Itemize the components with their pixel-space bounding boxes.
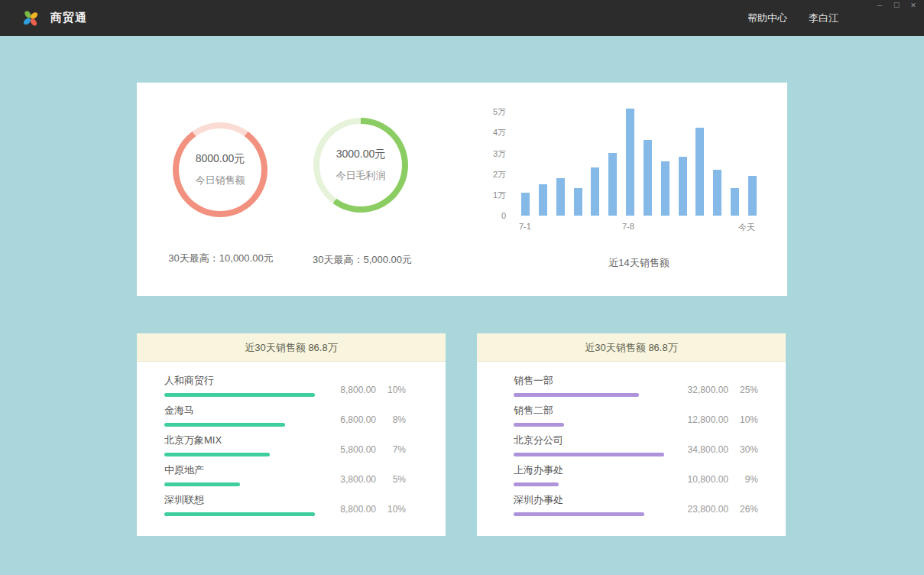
x-axis-label: 7-8 (622, 222, 634, 231)
today-sales-ring-chart: 8000.00元 今日销售额 (173, 122, 267, 217)
minimize-icon[interactable]: ─ (875, 2, 884, 9)
x-axis-label: 今天 (738, 222, 755, 233)
customer-sales-panel: 近30天销售额 86.8万 人和商贸行 8,800.0010% 金海马 6,80… (137, 333, 446, 536)
bar-chart-title: 近14天销售额 (521, 256, 757, 270)
app-title: 商贸通 (50, 11, 87, 25)
today-sales-value: 8000.00元 (196, 152, 245, 166)
help-center-link[interactable]: 帮助中心 (747, 11, 787, 25)
progress-bar (164, 482, 240, 486)
today-profit-value: 3000.00元 (336, 148, 386, 161)
chart-bar (608, 153, 617, 216)
list-item: 人和商贸行 8,800.0010% (164, 372, 406, 402)
today-profit-ring-chart: 3000.00元 今日毛利润 (313, 118, 408, 213)
progress-bar (164, 423, 285, 427)
amount: 3,800.00 (340, 474, 376, 485)
progress-bar (164, 512, 315, 516)
department-sales-panel: 近30天销售额 86.8万 销售一部 32,800.0025% 销售二部 12,… (477, 333, 786, 536)
chart-bar (556, 178, 565, 216)
percent: 25% (738, 385, 758, 395)
amount: 34,800.00 (688, 444, 728, 455)
user-menu[interactable]: 李白江 (809, 11, 838, 25)
list-item: 北京万象MIX 5,800.007% (164, 432, 406, 462)
y-axis-tick: 2万 (485, 169, 506, 180)
amount: 32,800.00 (688, 385, 728, 395)
amount: 23,800.00 (688, 504, 728, 515)
list-item: 中原地产 3,800.005% (164, 462, 406, 492)
progress-bar (164, 453, 270, 456)
percent: 10% (386, 385, 406, 395)
titlebar: 商贸通 帮助中心 李白江 ─ ☐ ✕ (0, 0, 924, 36)
y-axis-tick: 4万 (485, 127, 506, 138)
progress-bar (514, 512, 644, 516)
amount: 12,800.00 (688, 414, 728, 425)
y-axis-tick: 0 (485, 211, 506, 220)
chart-bar (695, 128, 704, 216)
sales-14day-bar-chart: 5万 4万 3万 2万 1万 0 7-1 7-8 今天 近14天销售额 (485, 106, 775, 285)
progress-bar (514, 393, 639, 397)
list-item: 销售二部 12,800.0010% (514, 402, 758, 432)
percent: 7% (386, 444, 406, 455)
today-profit-max: 30天最高：5,000.00元 (289, 253, 436, 267)
amount: 8,800.00 (340, 385, 376, 395)
titlebar-menu: 帮助中心 李白江 (747, 11, 924, 25)
percent: 26% (738, 504, 758, 515)
amount: 8,800.00 (340, 504, 376, 515)
percent: 5% (386, 474, 406, 485)
window-controls: ─ ☐ ✕ (875, 2, 918, 9)
progress-bar (514, 482, 559, 486)
percent: 10% (386, 504, 406, 515)
amount: 5,800.00 (340, 444, 376, 455)
chart-bar (574, 188, 582, 216)
today-sales-max: 30天最高：10,000.00元 (148, 252, 294, 265)
list-item: 深圳办事处 23,800.0026% (514, 492, 758, 521)
list-item: 上海办事处 10,800.009% (514, 462, 758, 492)
percent: 10% (738, 414, 758, 425)
percent: 30% (738, 444, 758, 455)
progress-bar (514, 423, 564, 427)
ring-center: 3000.00元 今日毛利润 (319, 124, 402, 206)
chart-bar (591, 167, 599, 216)
list-item: 北京分公司 34,800.0030% (514, 432, 758, 462)
ring-center: 8000.00元 今日销售额 (179, 128, 261, 211)
amount: 10,800.00 (688, 474, 728, 485)
progress-bar (514, 453, 664, 456)
close-icon[interactable]: ✕ (909, 2, 918, 9)
chart-bar (539, 184, 547, 216)
list-item: 金海马 6,800.008% (164, 402, 406, 432)
sales-summary-card: 8000.00元 今日销售额 30天最高：10,000.00元 3000.00元… (137, 83, 787, 296)
percent: 8% (386, 414, 406, 425)
maximize-icon[interactable]: ☐ (892, 2, 901, 9)
bar-chart-bars (521, 109, 757, 216)
amount: 6,800.00 (340, 414, 376, 425)
percent: 9% (738, 474, 758, 485)
list-item: 深圳联想 8,800.0010% (164, 492, 406, 521)
y-axis-tick: 3万 (485, 148, 506, 160)
chart-bar (713, 170, 721, 216)
panel-title: 近30天销售额 86.8万 (477, 333, 786, 362)
list-item: 销售一部 32,800.0025% (514, 372, 758, 402)
today-sales-label: 今日销售额 (196, 174, 245, 187)
x-axis-label: 7-1 (519, 222, 531, 231)
chart-bar (661, 161, 669, 216)
chart-bar (748, 176, 757, 216)
chart-bar (626, 109, 634, 216)
y-axis-tick: 1万 (485, 190, 506, 201)
today-profit-label: 今日毛利润 (336, 169, 386, 183)
y-axis-tick: 5万 (485, 106, 506, 118)
chart-bar (521, 193, 530, 216)
panel-title: 近30天销售额 86.8万 (137, 333, 446, 362)
app-logo-icon (21, 9, 40, 28)
chart-bar (679, 157, 687, 216)
progress-bar (164, 393, 315, 397)
chart-bar (731, 188, 739, 216)
chart-bar (644, 140, 652, 216)
